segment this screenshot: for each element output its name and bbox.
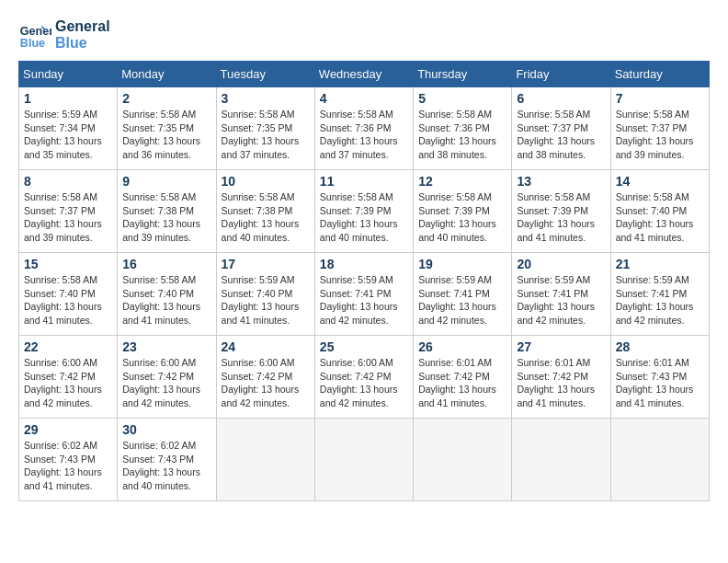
calendar-cell: 23 Sunrise: 6:00 AMSunset: 7:42 PMDaylig…	[118, 336, 216, 419]
calendar-cell: 14 Sunrise: 5:58 AMSunset: 7:40 PMDaylig…	[610, 170, 709, 253]
header-tuesday: Tuesday	[216, 62, 314, 87]
weekday-header-row: SundayMondayTuesdayWednesdayThursdayFrid…	[19, 62, 710, 87]
day-number: 5	[418, 91, 506, 106]
calendar-cell: 18 Sunrise: 5:59 AMSunset: 7:41 PMDaylig…	[314, 253, 413, 336]
day-number: 30	[122, 422, 210, 437]
day-info: Sunrise: 5:58 AMSunset: 7:35 PMDaylight:…	[222, 109, 300, 160]
day-info: Sunrise: 5:59 AMSunset: 7:41 PMDaylight:…	[616, 274, 694, 326]
day-info: Sunrise: 5:58 AMSunset: 7:39 PMDaylight:…	[418, 191, 496, 243]
calendar-cell: 2 Sunrise: 5:58 AMSunset: 7:35 PMDayligh…	[118, 87, 216, 170]
calendar-cell: 29 Sunrise: 6:02 AMSunset: 7:43 PMDaylig…	[19, 419, 118, 501]
day-number: 10	[222, 174, 310, 189]
week-row-3: 15 Sunrise: 5:58 AMSunset: 7:40 PMDaylig…	[19, 253, 710, 336]
day-number: 15	[24, 257, 112, 271]
calendar-cell: 28 Sunrise: 6:01 AMSunset: 7:43 PMDaylig…	[610, 336, 709, 419]
svg-text:Blue: Blue	[20, 37, 45, 50]
day-info: Sunrise: 6:00 AMSunset: 7:42 PMDaylight:…	[320, 357, 398, 408]
day-number: 1	[24, 91, 112, 106]
day-number: 26	[418, 339, 506, 354]
day-info: Sunrise: 5:58 AMSunset: 7:37 PMDaylight:…	[24, 191, 102, 243]
day-number: 27	[517, 339, 605, 354]
calendar-cell: 16 Sunrise: 5:58 AMSunset: 7:40 PMDaylig…	[118, 253, 216, 336]
calendar-cell: 4 Sunrise: 5:58 AMSunset: 7:36 PMDayligh…	[314, 87, 413, 170]
day-info: Sunrise: 5:58 AMSunset: 7:38 PMDaylight:…	[122, 191, 200, 243]
calendar-cell: 19 Sunrise: 5:59 AMSunset: 7:41 PMDaylig…	[414, 253, 512, 336]
day-number: 11	[320, 174, 408, 189]
day-number: 19	[418, 257, 506, 271]
day-info: Sunrise: 6:00 AMSunset: 7:42 PMDaylight:…	[222, 357, 300, 408]
day-number: 22	[24, 339, 112, 354]
day-info: Sunrise: 5:58 AMSunset: 7:40 PMDaylight:…	[122, 274, 200, 326]
day-info: Sunrise: 5:59 AMSunset: 7:40 PMDaylight:…	[222, 274, 300, 326]
calendar-cell: 10 Sunrise: 5:58 AMSunset: 7:38 PMDaylig…	[216, 170, 314, 253]
header-wednesday: Wednesday	[314, 62, 413, 87]
calendar-cell	[414, 419, 512, 501]
header-friday: Friday	[512, 62, 610, 87]
day-info: Sunrise: 5:59 AMSunset: 7:41 PMDaylight:…	[320, 274, 398, 326]
logo-line1: General	[55, 18, 110, 35]
header-monday: Monday	[118, 62, 216, 87]
calendar-cell: 22 Sunrise: 6:00 AMSunset: 7:42 PMDaylig…	[19, 336, 118, 419]
day-info: Sunrise: 6:00 AMSunset: 7:42 PMDaylight:…	[24, 357, 102, 408]
logo-line2: Blue	[55, 35, 110, 52]
day-number: 23	[122, 339, 210, 354]
calendar-cell: 17 Sunrise: 5:59 AMSunset: 7:40 PMDaylig…	[216, 253, 314, 336]
day-number: 6	[517, 91, 605, 106]
day-info: Sunrise: 6:02 AMSunset: 7:43 PMDaylight:…	[122, 440, 200, 491]
logo: General Blue General Blue	[18, 18, 110, 52]
day-number: 4	[320, 91, 408, 106]
calendar-cell: 15 Sunrise: 5:58 AMSunset: 7:40 PMDaylig…	[19, 253, 118, 336]
calendar-cell: 11 Sunrise: 5:58 AMSunset: 7:39 PMDaylig…	[314, 170, 413, 253]
day-number: 28	[616, 339, 704, 354]
day-info: Sunrise: 5:58 AMSunset: 7:38 PMDaylight:…	[222, 191, 300, 243]
day-info: Sunrise: 6:02 AMSunset: 7:43 PMDaylight:…	[24, 440, 102, 491]
day-info: Sunrise: 5:59 AMSunset: 7:41 PMDaylight:…	[418, 274, 496, 326]
calendar-cell: 21 Sunrise: 5:59 AMSunset: 7:41 PMDaylig…	[610, 253, 709, 336]
day-info: Sunrise: 5:58 AMSunset: 7:39 PMDaylight:…	[517, 191, 595, 243]
calendar-cell	[216, 419, 314, 501]
day-number: 25	[320, 339, 408, 354]
calendar-cell: 27 Sunrise: 6:01 AMSunset: 7:42 PMDaylig…	[512, 336, 610, 419]
calendar-cell: 20 Sunrise: 5:59 AMSunset: 7:41 PMDaylig…	[512, 253, 610, 336]
day-info: Sunrise: 5:58 AMSunset: 7:36 PMDaylight:…	[320, 109, 398, 160]
calendar-cell	[512, 419, 610, 501]
calendar-cell: 12 Sunrise: 5:58 AMSunset: 7:39 PMDaylig…	[414, 170, 512, 253]
week-row-4: 22 Sunrise: 6:00 AMSunset: 7:42 PMDaylig…	[19, 336, 710, 419]
day-number: 24	[222, 339, 310, 354]
day-number: 8	[24, 174, 112, 189]
header-thursday: Thursday	[414, 62, 512, 87]
day-number: 7	[616, 91, 704, 106]
day-number: 2	[122, 91, 210, 106]
week-row-1: 1 Sunrise: 5:59 AMSunset: 7:34 PMDayligh…	[19, 87, 710, 170]
day-number: 29	[24, 422, 112, 437]
calendar-cell: 3 Sunrise: 5:58 AMSunset: 7:35 PMDayligh…	[216, 87, 314, 170]
calendar-cell: 7 Sunrise: 5:58 AMSunset: 7:37 PMDayligh…	[610, 87, 709, 170]
day-info: Sunrise: 5:58 AMSunset: 7:37 PMDaylight:…	[616, 109, 694, 160]
week-row-5: 29 Sunrise: 6:02 AMSunset: 7:43 PMDaylig…	[19, 419, 710, 501]
day-info: Sunrise: 5:58 AMSunset: 7:35 PMDaylight:…	[122, 109, 200, 160]
day-number: 14	[616, 174, 704, 189]
day-info: Sunrise: 5:58 AMSunset: 7:37 PMDaylight:…	[517, 109, 595, 160]
header-sunday: Sunday	[19, 62, 118, 87]
header: General Blue General Blue	[18, 18, 710, 52]
day-number: 16	[122, 257, 210, 271]
day-info: Sunrise: 5:58 AMSunset: 7:36 PMDaylight:…	[418, 109, 496, 160]
day-info: Sunrise: 5:58 AMSunset: 7:39 PMDaylight:…	[320, 191, 398, 243]
day-info: Sunrise: 6:00 AMSunset: 7:42 PMDaylight:…	[122, 357, 200, 408]
calendar-cell	[610, 419, 709, 501]
day-info: Sunrise: 6:01 AMSunset: 7:42 PMDaylight:…	[418, 357, 496, 408]
calendar-cell: 1 Sunrise: 5:59 AMSunset: 7:34 PMDayligh…	[19, 87, 118, 170]
day-info: Sunrise: 6:01 AMSunset: 7:43 PMDaylight:…	[616, 357, 694, 408]
calendar-cell: 13 Sunrise: 5:58 AMSunset: 7:39 PMDaylig…	[512, 170, 610, 253]
calendar-cell: 25 Sunrise: 6:00 AMSunset: 7:42 PMDaylig…	[314, 336, 413, 419]
logo-icon: General Blue	[18, 18, 51, 52]
day-info: Sunrise: 5:58 AMSunset: 7:40 PMDaylight:…	[24, 274, 102, 326]
day-number: 9	[122, 174, 210, 189]
day-info: Sunrise: 6:01 AMSunset: 7:42 PMDaylight:…	[517, 357, 595, 408]
calendar: SundayMondayTuesdayWednesdayThursdayFrid…	[18, 61, 710, 501]
week-row-2: 8 Sunrise: 5:58 AMSunset: 7:37 PMDayligh…	[19, 170, 710, 253]
day-info: Sunrise: 5:59 AMSunset: 7:41 PMDaylight:…	[517, 274, 595, 326]
day-number: 13	[517, 174, 605, 189]
day-number: 20	[517, 257, 605, 271]
calendar-cell: 9 Sunrise: 5:58 AMSunset: 7:38 PMDayligh…	[118, 170, 216, 253]
